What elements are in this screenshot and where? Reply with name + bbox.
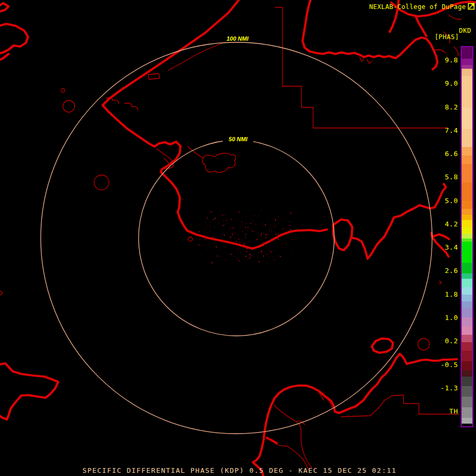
radar-echo-pixel [233, 257, 234, 257]
radar-echo-pixel [261, 252, 261, 253]
radar-echo-pixel [244, 242, 244, 243]
radar-echo-pixel [233, 219, 234, 219]
radar-echo-pixel [236, 234, 237, 234]
radar-echo-pixel [228, 244, 229, 244]
radar-echo-pixel [210, 251, 211, 252]
radar-echo-pixel [221, 240, 222, 240]
radar-echo-pixel [257, 257, 258, 258]
colorbar-segment [462, 215, 472, 220]
colorbar-segment [462, 317, 472, 326]
colorbar-segment [462, 182, 472, 201]
radar-echo-pixel [246, 260, 247, 260]
radar-echo-pixel [278, 255, 278, 256]
colorbar-segment [462, 129, 472, 147]
colorbar-segment [462, 308, 472, 317]
radar-echo-pixel [236, 241, 237, 242]
product-units: [PHAS] [435, 33, 459, 41]
radar-echo-pixel [209, 235, 210, 236]
radar-echo-pixel [263, 242, 264, 242]
radar-echo-pixel [257, 255, 258, 256]
radar-echo-pixel [258, 240, 258, 240]
radar-echo-pixel [264, 225, 265, 226]
radar-echo-pixel [243, 224, 244, 225]
range-ring-label-50nmi: 50 NMI [223, 136, 253, 142]
colorbar-segment [462, 76, 472, 108]
radar-echo-pixel [249, 254, 250, 255]
radar-echo-pixel [205, 237, 206, 237]
status-bar-text: SPECIFIC DIFFERENTIAL PHASE (KDP) 0.5 DE… [83, 466, 397, 474]
colorbar-segment [462, 69, 472, 76]
radar-echo-pixel [263, 242, 263, 243]
radar-echo-pixel [250, 223, 251, 224]
radar-display: NEXLAB-College of DuPage DKD [PHAS] 100 … [0, 0, 476, 476]
radar-echo-layer [0, 0, 476, 476]
radar-echo-pixel [290, 212, 291, 212]
radar-echo-pixel [269, 220, 269, 221]
radar-echo-pixel [263, 233, 263, 233]
radar-echo-pixel [254, 256, 254, 257]
radar-echo-pixel [271, 231, 272, 232]
radar-echo-pixel [285, 220, 286, 221]
radar-echo-pixel [273, 232, 274, 232]
radar-echo-pixel [245, 234, 246, 235]
radar-echo-pixel [270, 241, 271, 242]
radar-echo-pixel [261, 235, 262, 236]
colorbar-segment [462, 301, 472, 308]
colorbar-segment [462, 227, 472, 234]
radar-echo-pixel [247, 250, 248, 251]
colorbar-segment [462, 155, 472, 164]
colorbar-tick-label: 5.0 [426, 197, 458, 205]
colorbar-segment [462, 201, 472, 209]
radar-echo-pixel [266, 237, 267, 239]
radar-echo-pixel [249, 242, 249, 242]
radar-echo-pixel [201, 239, 202, 240]
radar-echo-pixel [270, 254, 270, 254]
colorbar-segment [462, 326, 472, 335]
radar-echo-pixel [268, 240, 269, 241]
radar-echo-pixel [246, 216, 246, 216]
radar-echo-pixel [286, 243, 286, 244]
radar-echo-pixel [217, 222, 218, 223]
colorbar-tick-label: 5.8 [426, 173, 458, 181]
radar-echo-pixel [214, 226, 215, 227]
radar-echo-pixel [278, 216, 279, 217]
radar-echo-pixel [224, 224, 225, 225]
colorbar-segment [462, 351, 472, 361]
radar-echo-pixel [259, 261, 260, 262]
radar-echo-pixel [230, 237, 231, 238]
radar-echo-pixel [240, 252, 241, 252]
radar-echo-pixel [250, 254, 251, 255]
radar-echo-pixel [248, 227, 249, 228]
radar-echo-pixel [240, 221, 240, 221]
radar-echo-pixel [237, 218, 237, 218]
radar-echo-pixel [279, 216, 279, 217]
radar-echo-pixel [206, 225, 207, 226]
colorbar-segment [462, 377, 472, 386]
radar-echo-pixel [243, 242, 243, 243]
radar-echo-pixel [268, 257, 269, 257]
radar-echo-pixel [239, 260, 240, 261]
colorbar-segment [462, 386, 472, 397]
radar-echo-pixel [224, 235, 225, 236]
colorbar-tick-label: 9.0 [426, 79, 458, 87]
radar-echo-pixel [226, 220, 227, 221]
radar-echo-pixel [210, 226, 211, 227]
radar-echo-pixel [261, 251, 262, 252]
radar-echo-pixel [262, 260, 263, 261]
colorbar-segment [462, 287, 472, 295]
radar-echo-pixel [216, 247, 217, 248]
radar-echo-pixel [246, 251, 247, 252]
brand-text: NEXLAB-College of DuPage [369, 3, 466, 11]
radar-echo-pixel [226, 218, 227, 219]
colorbar [461, 46, 473, 427]
radar-echo-pixel [252, 231, 253, 232]
radar-echo-pixel [218, 250, 218, 250]
radar-echo-pixel [269, 230, 269, 230]
radar-echo-pixel [234, 239, 235, 239]
radar-echo-pixel [209, 222, 210, 223]
window-arrow-icon [468, 3, 475, 10]
radar-echo-pixel [259, 216, 259, 216]
radar-echo-pixel [223, 225, 224, 226]
colorbar-segment [462, 370, 472, 377]
radar-echo-pixel [228, 223, 228, 224]
